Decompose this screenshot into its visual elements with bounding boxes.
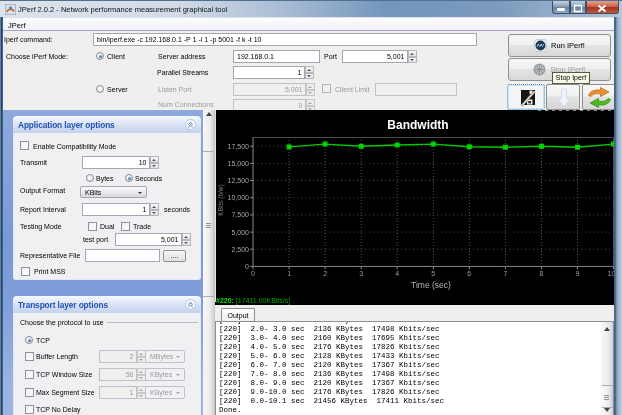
svg-text:1: 1 xyxy=(287,270,291,277)
svg-text:3: 3 xyxy=(359,270,363,277)
svg-text:5: 5 xyxy=(431,270,435,277)
svg-text:5,000: 5,000 xyxy=(231,229,249,236)
svg-text:#220: [17411.00KBits/s]: #220: [17411.00KBits/s] xyxy=(216,297,290,305)
svg-text:12,500: 12,500 xyxy=(228,177,250,184)
svg-text:2,500: 2,500 xyxy=(231,246,249,253)
svg-text:7: 7 xyxy=(503,270,507,277)
svg-text:15,000: 15,000 xyxy=(228,160,250,167)
svg-text:0: 0 xyxy=(245,263,249,270)
svg-text:7,500: 7,500 xyxy=(231,211,249,218)
svg-text:10,000: 10,000 xyxy=(228,194,250,201)
svg-text:8: 8 xyxy=(539,270,543,277)
svg-text:0: 0 xyxy=(251,270,255,277)
svg-text:Time (sec): Time (sec) xyxy=(411,280,451,290)
svg-text:4: 4 xyxy=(395,270,399,277)
svg-text:KBits (b/w): KBits (b/w) xyxy=(217,184,225,215)
svg-text:17,500: 17,500 xyxy=(228,143,250,150)
svg-text:6: 6 xyxy=(467,270,471,277)
svg-text:9: 9 xyxy=(576,270,580,277)
svg-text:Bandwidth: Bandwidth xyxy=(387,118,448,132)
svg-text:2: 2 xyxy=(323,270,327,277)
